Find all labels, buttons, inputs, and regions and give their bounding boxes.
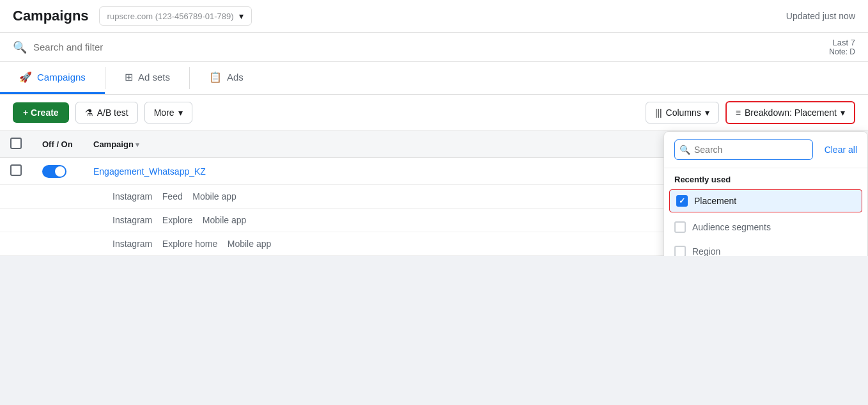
columns-icon: ||| <box>655 107 662 118</box>
tabs-bar: 🚀 Campaigns ⊞ Ad sets 📋 Ads <box>0 62 868 95</box>
audience-label: Audience segments <box>692 222 771 232</box>
account-text: rupscre.com (123-456789-01-789) <box>107 12 234 21</box>
sub-cb-cell-2 <box>0 209 32 232</box>
audience-checkbox[interactable] <box>674 221 686 233</box>
more-button[interactable]: More ▾ <box>144 102 192 123</box>
breakdown-button[interactable]: ≡ Breakdown: Placement ▾ <box>725 101 855 124</box>
tab-ads[interactable]: 📋 Ads <box>190 62 263 94</box>
search-input[interactable] <box>33 42 417 52</box>
recently-used-title: Recently used <box>664 168 867 187</box>
top-bar-left: Campaigns rupscre.com (123-456789-01-789… <box>13 6 252 26</box>
dropdown-search-row: 🔍 Clear all <box>664 132 867 168</box>
region-checkbox[interactable] <box>674 246 686 256</box>
dropdown-item-placement[interactable]: Placement <box>669 189 862 212</box>
more-chevron-icon: ▾ <box>178 107 183 118</box>
toggle-cell <box>32 158 83 185</box>
campaign-toggle[interactable] <box>42 165 66 178</box>
campaigns-icon: 🚀 <box>19 71 32 83</box>
dropdown-search-icon: 🔍 <box>679 145 690 155</box>
dropdown-item-audience[interactable]: Audience segments <box>664 215 867 239</box>
account-selector[interactable]: rupscre.com (123-456789-01-789) ▾ <box>99 6 252 26</box>
adsets-icon: ⊞ <box>125 71 133 83</box>
sub-col1-2: Instagram Explore Mobile app <box>83 209 687 232</box>
sub-col1: Instagram Feed Mobile app <box>83 185 687 209</box>
updated-text: Updated just now <box>786 11 855 21</box>
date-range: Last 7 Note: D <box>829 38 855 56</box>
region-label: Region <box>692 246 720 256</box>
sub-toggle-cell <box>32 185 83 209</box>
dropdown-search-input[interactable] <box>674 139 813 160</box>
main-content: Off / On Campaign ▾ Delivery ↑ <box>0 131 868 256</box>
sub-toggle-cell-2 <box>32 209 83 232</box>
toolbar: + Create ⚗ A/B test More ▾ ||| Columns ▾… <box>0 95 868 131</box>
search-input-wrap: 🔍 <box>674 139 818 160</box>
top-bar: Campaigns rupscre.com (123-456789-01-789… <box>0 0 868 33</box>
columns-chevron-icon: ▾ <box>705 107 709 118</box>
tab-campaigns[interactable]: 🚀 Campaigns <box>0 62 105 94</box>
sub-toggle-cell-3 <box>32 232 83 256</box>
breakdown-dropdown: 🔍 Clear all Recently used Placement Audi… <box>663 131 868 256</box>
row-checkbox-cell <box>0 158 32 185</box>
dropdown-item-region[interactable]: Region <box>664 239 867 256</box>
flask-icon: ⚗ <box>85 107 93 118</box>
campaign-name-cell[interactable]: Engagement_Whatsapp_KZ <box>83 158 687 185</box>
row-checkbox[interactable] <box>10 164 22 176</box>
clear-all-button[interactable]: Clear all <box>825 145 857 155</box>
header-campaign[interactable]: Campaign ▾ <box>83 131 687 158</box>
create-button[interactable]: + Create <box>13 102 69 123</box>
ads-icon: 📋 <box>209 71 222 83</box>
sub-cb-cell <box>0 185 32 209</box>
breakdown-icon: ≡ <box>736 107 741 118</box>
header-offon: Off / On <box>32 131 83 158</box>
search-bar: 🔍 Last 7 Note: D <box>0 33 868 62</box>
placement-label: Placement <box>694 196 736 206</box>
header-checkbox-cell <box>0 131 32 158</box>
page-title: Campaigns <box>13 8 89 24</box>
sub-cb-cell-3 <box>0 232 32 256</box>
placement-checkbox[interactable] <box>676 195 688 207</box>
search-icon: 🔍 <box>13 40 27 54</box>
sort-icon: ▾ <box>136 141 139 148</box>
sub-col1-3: Instagram Explore home Mobile app <box>83 232 687 256</box>
breakdown-chevron-icon: ▾ <box>841 107 845 118</box>
abtest-button[interactable]: ⚗ A/B test <box>75 102 138 123</box>
chevron-down-icon: ▾ <box>239 11 244 21</box>
tab-adsets[interactable]: ⊞ Ad sets <box>105 62 189 94</box>
columns-button[interactable]: ||| Columns ▾ <box>646 102 719 123</box>
header-checkbox[interactable] <box>10 138 22 149</box>
